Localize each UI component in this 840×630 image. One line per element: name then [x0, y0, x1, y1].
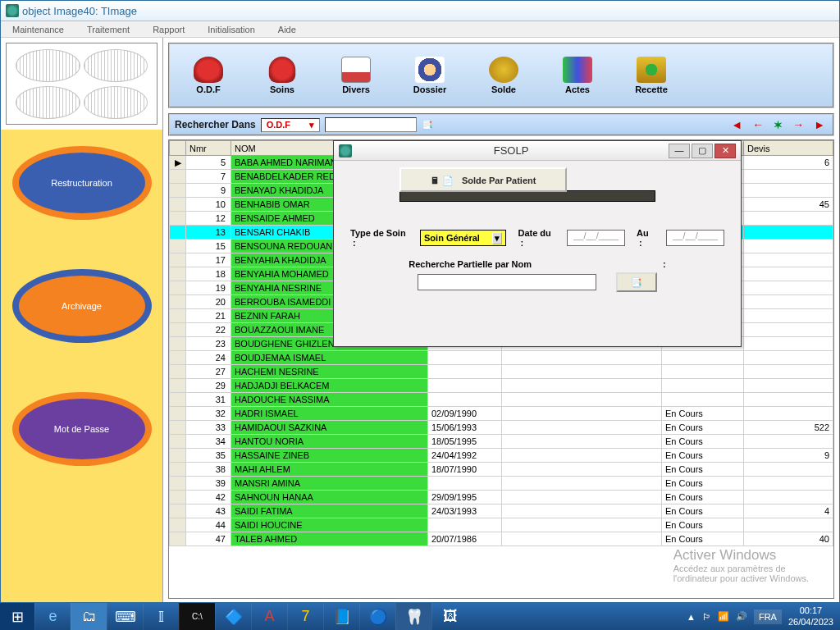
- partial-search-button[interactable]: 📑: [616, 272, 657, 292]
- tray-flag-icon[interactable]: 🏳: [702, 612, 711, 622]
- nav-prev-icon[interactable]: ←: [750, 118, 766, 131]
- left-panel: Restructuration Archivage Mot de Passe: [1, 38, 163, 602]
- search-go-icon[interactable]: 📑: [422, 120, 433, 130]
- table-row[interactable]: 38MAHI AHLEM18/07/1990En Cours: [170, 463, 833, 477]
- table-row[interactable]: 35HASSAINE ZINEB24/04/1992En Cours9: [170, 449, 833, 463]
- patient-grid[interactable]: NmrNOMDLNADRESSEMODEDevis ▶5BABA AHMED N…: [168, 139, 834, 599]
- date-from-input[interactable]: __/__/____: [567, 230, 625, 246]
- cell-dln: 02/09/1990: [428, 407, 502, 421]
- task-app4-icon[interactable]: 📘: [323, 603, 359, 630]
- row-marker: ▶: [170, 156, 186, 170]
- cell-devis: 40: [744, 532, 833, 546]
- dialog-header-shadow: [399, 190, 655, 202]
- task-access-icon[interactable]: A: [251, 603, 287, 630]
- archivage-button[interactable]: Archivage: [12, 269, 152, 343]
- tray-wifi-icon[interactable]: 📶: [718, 611, 729, 622]
- row-marker: [170, 226, 186, 240]
- table-row[interactable]: 42SAHNOUN HANAA29/09/1995En Cours: [170, 491, 833, 504]
- cell-nom: HAMIDAOUI SAZKINA: [231, 421, 428, 435]
- toolbar-recette-button[interactable]: Recette: [623, 57, 680, 94]
- cell-nmr: 5: [186, 156, 231, 170]
- globe-icon[interactable]: ✶: [771, 119, 785, 131]
- column-header[interactable]: Devis: [744, 141, 833, 156]
- type-value: Soin Général: [424, 233, 480, 243]
- dossier-icon: [415, 57, 445, 83]
- divers-icon: [341, 57, 371, 83]
- row-marker: [170, 421, 186, 435]
- task-ie-icon[interactable]: e: [34, 603, 71, 630]
- tray-up-icon[interactable]: ▲: [687, 612, 696, 622]
- menu-initialisation[interactable]: Initialisation: [196, 25, 266, 34]
- table-row[interactable]: 29HADJADJI BELKACEM: [170, 379, 833, 393]
- minimize-button[interactable]: —: [669, 144, 690, 158]
- cell-adresse: [502, 365, 662, 379]
- cell-devis: 9: [744, 449, 833, 463]
- table-row[interactable]: 39MANSRI AMINAEn Cours: [170, 477, 833, 491]
- cell-devis: [744, 253, 833, 267]
- type-de-soin-dropdown[interactable]: Soin Général ▾: [420, 230, 506, 246]
- task-app3-icon[interactable]: 7: [287, 603, 323, 630]
- solde-dialog: FSOLP — ▢ ✕ 🖩 📄 Solde Par Patient Type d…: [333, 140, 742, 347]
- row-marker: [170, 198, 186, 212]
- row-marker: [170, 212, 186, 226]
- task-app1-icon[interactable]: 𝕀: [143, 603, 179, 630]
- search-input[interactable]: [325, 117, 417, 132]
- search-action-icon: 📑: [631, 277, 642, 288]
- type-de-soin-label: Type de Soin :: [350, 228, 409, 248]
- toolbar-soins-button[interactable]: Soins: [253, 57, 311, 94]
- table-row[interactable]: 44SAIDI HOUCINEEn Cours: [170, 518, 833, 532]
- toolbar-solde-button[interactable]: Solde: [475, 57, 532, 94]
- nav-next-icon[interactable]: →: [790, 118, 806, 131]
- cell-nmr: 34: [186, 435, 231, 449]
- row-marker: [170, 184, 186, 198]
- cell-devis: [744, 295, 833, 309]
- column-header[interactable]: [170, 141, 186, 156]
- toolbar-actes-button[interactable]: Actes: [549, 57, 606, 94]
- dialog-title-bar[interactable]: FSOLP — ▢ ✕: [334, 141, 741, 161]
- menu-maintenance[interactable]: Maintenance: [1, 25, 75, 34]
- table-row[interactable]: 43SAIDI FATIMA24/03/1993En Cours4: [170, 504, 833, 518]
- toolbar-divers-button[interactable]: Divers: [327, 57, 385, 94]
- system-tray: ▲ 🏳 📶 🔊 FRA 00:17 26/04/2023: [680, 605, 840, 627]
- task-chrome-icon[interactable]: 🔵: [359, 603, 395, 630]
- nav-last-icon[interactable]: ►: [811, 118, 828, 131]
- menu-traitement[interactable]: Traitement: [75, 25, 141, 34]
- table-row[interactable]: 32HADRI ISMAEL02/09/1990En Cours: [170, 407, 833, 421]
- toolbar-odf-button[interactable]: O.D.F: [180, 57, 237, 94]
- search-type-dropdown[interactable]: O.D.F ▾: [261, 118, 320, 132]
- table-row[interactable]: 34HANTOU NORIA18/05/1995En Cours: [170, 435, 833, 449]
- app-icon: [6, 4, 19, 17]
- cell-mode: En Cours: [662, 407, 744, 421]
- motdepasse-button[interactable]: Mot de Passe: [12, 392, 152, 466]
- table-row[interactable]: 47TALEB AHMED20/07/1986En Cours40: [170, 532, 833, 546]
- column-header[interactable]: Nmr: [186, 141, 231, 156]
- toolbar-dossier-button[interactable]: Dossier: [401, 57, 459, 94]
- close-button[interactable]: ✕: [714, 144, 736, 158]
- task-cmd-icon[interactable]: C:\: [179, 603, 215, 630]
- cell-mode: En Cours: [662, 491, 744, 504]
- date-to-input[interactable]: __/__/____: [666, 230, 724, 246]
- partial-search-input[interactable]: [418, 274, 596, 290]
- recette-icon: [637, 57, 666, 83]
- nav-first-icon[interactable]: ◄: [728, 118, 745, 131]
- menu-rapport[interactable]: Rapport: [141, 25, 196, 34]
- task-app2-icon[interactable]: 🔷: [215, 603, 251, 630]
- menu-aide[interactable]: Aide: [267, 25, 308, 34]
- table-row[interactable]: 31HADOUCHE NASSIMA: [170, 393, 833, 407]
- task-keyboard-icon[interactable]: ⌨: [107, 603, 143, 630]
- table-row[interactable]: 27HACHEMI NESRINE: [170, 365, 833, 379]
- cell-nom: SAIDI FATIMA: [231, 504, 428, 518]
- restructuration-button[interactable]: Restructuration: [12, 146, 152, 220]
- cell-adresse: [502, 518, 662, 532]
- taskbar-clock[interactable]: 00:17 26/04/2023: [788, 605, 833, 627]
- table-row[interactable]: 24BOUDJEMAA ISMAEL: [170, 351, 833, 365]
- table-row[interactable]: 33HAMIDAOUI SAZKINA15/06/1993En Cours522: [170, 421, 833, 435]
- tray-volume-icon[interactable]: 🔊: [736, 611, 747, 622]
- task-explorer-icon[interactable]: 🗂: [71, 603, 107, 630]
- maximize-button[interactable]: ▢: [692, 144, 713, 158]
- task-photos-icon[interactable]: 🖼: [431, 603, 468, 630]
- task-current-app-icon[interactable]: 🦷: [395, 603, 431, 630]
- language-indicator[interactable]: FRA: [754, 609, 782, 624]
- start-button[interactable]: ⊞: [0, 603, 34, 630]
- row-marker: [170, 463, 186, 477]
